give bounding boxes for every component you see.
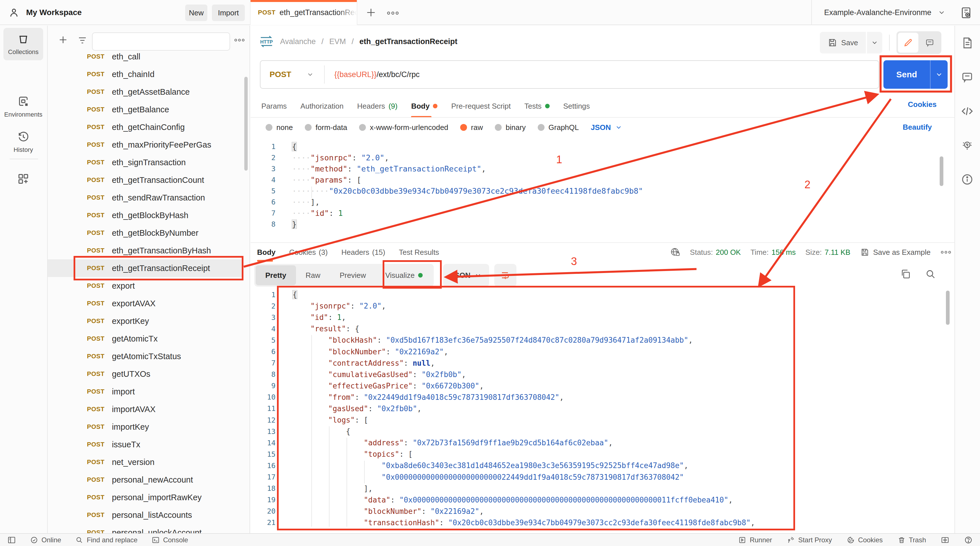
runner-button[interactable]: Runner xyxy=(738,536,772,544)
sidebar-item-net_version[interactable]: POSTnet_version xyxy=(48,453,242,471)
rail-item-environments[interactable]: Environments xyxy=(3,91,43,123)
environment-quick-look-icon[interactable] xyxy=(959,6,973,19)
sidebar-item-importKey[interactable]: POSTimportKey xyxy=(48,418,242,436)
comment-button[interactable] xyxy=(920,33,940,53)
sidebar-item-import[interactable]: POSTimport xyxy=(48,383,242,401)
response-body-editor[interactable]: 1{2 "jsonrpc": "2.0",3 "id": 1,4 "result… xyxy=(251,289,943,533)
save-options-button[interactable] xyxy=(867,32,882,53)
body-type-x-www-form-urlencoded[interactable]: x-www-form-urlencoded xyxy=(359,123,448,132)
url-input[interactable]: {{baseURL}}/ext/bc/C/rpc xyxy=(325,70,420,79)
copy-response-icon[interactable] xyxy=(900,268,911,280)
request-body-editor[interactable]: 1{2····"jsonrpc": "2.0",3····"method": "… xyxy=(251,141,943,235)
start-proxy-button[interactable]: Start Proxy xyxy=(787,536,832,544)
online-status[interactable]: Online xyxy=(30,536,61,544)
new-tab-button[interactable] xyxy=(365,7,377,18)
body-type-form-data[interactable]: form-data xyxy=(305,123,347,132)
rtab-body[interactable]: Body xyxy=(411,94,438,118)
sidebar-item-personal_newAccount[interactable]: POSTpersonal_newAccount xyxy=(48,471,242,489)
find-and-replace[interactable]: Find and replace xyxy=(75,536,137,544)
workspace-switcher[interactable]: My Workspace xyxy=(8,0,82,25)
sidebar-item-exportAVAX[interactable]: POSTexportAVAX xyxy=(48,295,242,312)
search-response-icon[interactable] xyxy=(925,268,936,280)
body-type-GraphQL[interactable]: GraphQL xyxy=(538,123,579,132)
rtab-authorization[interactable]: Authorization xyxy=(301,94,344,118)
sidebar-item-exportKey[interactable]: POSTexportKey xyxy=(48,312,242,330)
console-button[interactable]: Console xyxy=(152,536,188,544)
sidebar-item-eth_call[interactable]: POSTeth_call xyxy=(48,48,242,65)
sidebar-item-eth_getChainConfig[interactable]: POSTeth_getChainConfig xyxy=(48,118,242,136)
network-icon[interactable] xyxy=(670,247,680,257)
breadcrumb-collection[interactable]: Avalanche xyxy=(280,37,316,46)
sidebar-item-export[interactable]: POSTexport xyxy=(48,277,242,295)
sidebar-item-eth_getTransactionCount[interactable]: POSTeth_getTransactionCount xyxy=(48,171,242,189)
sidebar-item-eth_getTransactionByHash[interactable]: POSTeth_getTransactionByHash xyxy=(48,242,242,259)
body-type-binary[interactable]: binary xyxy=(495,123,526,132)
response-language-selector[interactable]: JSON xyxy=(443,264,489,287)
chevron-down-icon[interactable] xyxy=(307,71,324,78)
tab-options-icon[interactable] xyxy=(386,11,399,15)
sidebar-item-personal_listAccounts[interactable]: POSTpersonal_listAccounts xyxy=(48,506,242,524)
sidebar-more-icon[interactable] xyxy=(234,38,245,42)
sidebar-item-eth_getTransactionReceipt[interactable]: POSTeth_getTransactionReceipt xyxy=(48,259,242,277)
rail-item-history[interactable]: History xyxy=(3,126,43,158)
vtab-raw[interactable]: Raw xyxy=(296,265,330,285)
sidebar-item-eth_sendRawTransaction[interactable]: POSTeth_sendRawTransaction xyxy=(48,189,242,206)
rtab-params[interactable]: Params xyxy=(261,94,287,118)
send-options-icon[interactable] xyxy=(931,70,948,78)
send-button[interactable]: Send xyxy=(883,60,948,89)
sidebar-item-getAtomicTx[interactable]: POSTgetAtomicTx xyxy=(48,330,242,348)
sidebar-item-eth_maxPriorityFeePerGas[interactable]: POSTeth_maxPriorityFeePerGas xyxy=(48,136,242,153)
help-icon[interactable] xyxy=(964,536,973,544)
sidebar-item-eth_chainId[interactable]: POSTeth_chainId xyxy=(48,65,242,83)
response-more-icon[interactable] xyxy=(940,250,951,254)
comments-icon[interactable] xyxy=(961,70,974,84)
mtab-test-results[interactable]: Test Results xyxy=(399,243,439,261)
mtab-cookies[interactable]: Cookies(3) xyxy=(289,243,328,261)
filter-icon[interactable] xyxy=(77,35,88,46)
body-type-none[interactable]: none xyxy=(266,123,293,132)
response-editor-scrollbar[interactable] xyxy=(946,291,950,325)
mtab-body[interactable]: Body xyxy=(257,243,275,261)
add-request-icon[interactable] xyxy=(57,34,69,46)
sidebar-item-issueTx[interactable]: POSTissueTx xyxy=(48,436,242,453)
rtab-settings[interactable]: Settings xyxy=(563,94,590,118)
vtab-preview[interactable]: Preview xyxy=(330,265,375,285)
import-button[interactable]: Import xyxy=(212,5,245,21)
sidebar-item-getUTXOs[interactable]: POSTgetUTXOs xyxy=(48,365,242,383)
sidebar-item-eth_getBlockByHash[interactable]: POSTeth_getBlockByHash xyxy=(48,206,242,224)
pm-insights-icon[interactable] xyxy=(961,139,974,152)
sidebar-item-eth_signTransaction[interactable]: POSTeth_signTransaction xyxy=(48,153,242,171)
vtab-visualize[interactable]: Visualize xyxy=(375,265,432,285)
new-button[interactable]: New xyxy=(185,5,207,21)
code-snippet-icon[interactable] xyxy=(961,105,974,118)
rtab-tests[interactable]: Tests xyxy=(524,94,550,118)
mtab-headers[interactable]: Headers(15) xyxy=(341,243,385,261)
breadcrumb-folder[interactable]: EVM xyxy=(329,37,346,46)
rtab-headers[interactable]: Headers(9) xyxy=(357,94,398,118)
rail-item-collections[interactable]: Collections xyxy=(3,28,43,60)
method-selector[interactable]: POST xyxy=(261,70,307,79)
cookies-button[interactable]: Cookies xyxy=(847,536,883,544)
trash-button[interactable]: Trash xyxy=(897,536,926,544)
sidebar-item-personal_importRawKey[interactable]: POSTpersonal_importRawKey xyxy=(48,489,242,506)
sidebar-item-eth_getBlockByNumber[interactable]: POSTeth_getBlockByNumber xyxy=(48,224,242,242)
sidebar-scrollbar[interactable] xyxy=(244,77,248,171)
edit-mode-button[interactable] xyxy=(898,33,918,53)
body-language-selector[interactable]: JSON xyxy=(591,123,622,132)
sidebar-item-personal_unlockAccount[interactable]: POSTpersonal_unlockAccount xyxy=(48,524,242,533)
sidebar-item-importAVAX[interactable]: POSTimportAVAX xyxy=(48,401,242,418)
request-editor-scrollbar[interactable] xyxy=(940,156,943,186)
cookies-link[interactable]: Cookies xyxy=(908,100,937,109)
save-button[interactable]: Save xyxy=(820,32,866,53)
documentation-icon[interactable] xyxy=(961,37,974,49)
beautify-link[interactable]: Beautify xyxy=(903,123,932,132)
vtab-pretty[interactable]: Pretty xyxy=(256,265,296,285)
body-type-raw[interactable]: raw xyxy=(460,123,483,132)
split-panel-icon[interactable] xyxy=(941,536,949,544)
sidebar-item-getAtomicTxStatus[interactable]: POSTgetAtomicTxStatus xyxy=(48,348,242,365)
info-icon[interactable] xyxy=(961,173,974,186)
save-as-example-button[interactable]: Save as Example xyxy=(860,248,931,257)
rail-item-more-tools[interactable] xyxy=(3,168,43,190)
wrap-lines-button[interactable] xyxy=(494,264,516,287)
environment-selector[interactable]: Example-Avalanche-Environme xyxy=(818,0,951,25)
